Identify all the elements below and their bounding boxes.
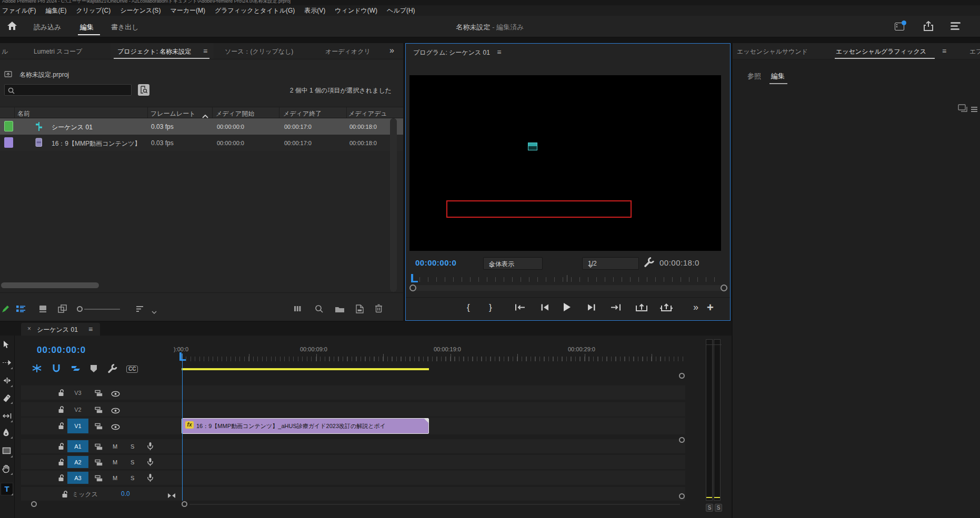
lock-icon[interactable]	[58, 389, 64, 399]
writable-pencil-icon[interactable]	[1, 304, 10, 316]
new-item-button[interactable]	[356, 304, 364, 316]
snap-magnet-icon[interactable]	[52, 364, 61, 375]
tab-essential-graphics[interactable]: エッセンシャルグラフィックス	[836, 47, 926, 56]
mix-track-scroll-handle[interactable]	[679, 493, 685, 499]
menu-clip[interactable]: クリップ(C)	[71, 6, 115, 15]
project-row-sequence[interactable]: シーケンス 01 0.03 fps 00:00:00:0 00:00:17:0 …	[0, 118, 403, 135]
project-horizontal-scrollbar[interactable]	[1, 282, 99, 288]
column-media-end[interactable]: メディア終了	[283, 109, 322, 118]
sort-chevron-icon[interactable]	[152, 307, 157, 317]
menu-window[interactable]: ウィンドウ(W)	[330, 6, 382, 15]
track-lane-a3[interactable]	[182, 471, 685, 485]
track-output-eye-icon[interactable]	[111, 423, 120, 432]
menu-help[interactable]: ヘルプ(H)	[382, 6, 420, 15]
timeline-scroll-left-handle[interactable]	[31, 501, 37, 507]
keyframe-bowtie-icon[interactable]	[167, 491, 176, 501]
lock-icon[interactable]	[58, 422, 64, 432]
audio-tracks-scroll-handle[interactable]	[679, 437, 685, 443]
project-vertical-scrollbar[interactable]	[390, 118, 397, 292]
solo-button[interactable]: S	[131, 443, 134, 450]
slip-tool[interactable]	[2, 412, 12, 422]
project-readability-icon[interactable]	[294, 305, 302, 314]
project-file-name[interactable]: 名称未設定.prproj	[19, 70, 69, 79]
track-badge-a2[interactable]: A2	[67, 456, 88, 468]
source-patch-icon[interactable]	[95, 389, 103, 399]
program-current-timecode[interactable]: 00:00:00:0	[415, 258, 456, 267]
column-name[interactable]: 名前	[17, 109, 30, 118]
work-area-bar[interactable]	[182, 368, 429, 370]
tab-project-active[interactable]: プロジェクト: 名称未設定 ≡	[111, 43, 214, 59]
lock-icon[interactable]	[58, 474, 64, 484]
track-lane-v3[interactable]	[182, 385, 685, 400]
program-playhead[interactable]	[411, 274, 418, 283]
program-video-canvas[interactable]	[409, 75, 721, 251]
button-editor-overflow-icon[interactable]: »	[693, 302, 698, 313]
source-patch-icon[interactable]	[95, 406, 103, 415]
add-marker-icon[interactable]	[91, 365, 97, 372]
source-patch-icon[interactable]	[95, 459, 103, 468]
tab-source-monitor[interactable]: ソース：(クリップなし)	[225, 47, 293, 56]
lift-button[interactable]	[635, 302, 648, 314]
column-media-duration[interactable]: メディアデュ	[348, 109, 387, 118]
track-select-forward-tool[interactable]	[2, 359, 12, 369]
lock-icon[interactable]	[58, 405, 64, 415]
track-badge-a1[interactable]: A1	[67, 440, 88, 452]
source-patch-icon[interactable]	[95, 474, 103, 484]
label-color-chip[interactable]	[4, 137, 13, 148]
source-patch-icon[interactable]	[95, 422, 103, 432]
track-output-eye-icon[interactable]	[111, 390, 120, 399]
tab-essential-sound[interactable]: エッセンシャルサウンド	[737, 47, 808, 56]
playback-resolution-dropdown[interactable]: 1/2	[582, 257, 639, 270]
progress-dashboard-button[interactable]	[895, 21, 907, 32]
tab-clipped-effect-controls[interactable]: ル	[2, 47, 8, 56]
timeline-horizontal-scrollbar[interactable]	[189, 504, 680, 505]
meter-solo-left-button[interactable]: S	[706, 504, 713, 512]
quick-export-button[interactable]	[922, 20, 935, 33]
search-input[interactable]	[16, 85, 131, 96]
icon-view-button[interactable]	[39, 305, 47, 315]
list-view-button[interactable]	[16, 305, 26, 315]
step-forward-button[interactable]	[587, 303, 596, 313]
column-framerate[interactable]: フレームレート	[151, 109, 195, 118]
mark-out-button[interactable]: }	[489, 302, 492, 313]
solo-button[interactable]: S	[131, 459, 134, 465]
solo-button[interactable]: S	[131, 475, 134, 481]
timeline-current-timecode[interactable]: 00:00:00:0	[37, 345, 86, 356]
rectangle-tool[interactable]	[2, 447, 12, 457]
menu-graphics-titles[interactable]: グラフィックとタイトル(G)	[210, 6, 299, 15]
label-color-chip[interactable]	[4, 121, 13, 131]
playhead-head[interactable]	[179, 352, 186, 362]
hand-tool[interactable]	[2, 464, 12, 474]
track-output-eye-icon[interactable]	[111, 407, 120, 416]
lock-icon[interactable]	[58, 442, 64, 452]
zoom-slider-knob[interactable]	[77, 306, 83, 312]
type-tool[interactable]: T	[1, 483, 13, 495]
track-badge-v2[interactable]: V2	[67, 403, 88, 415]
tab-audio-clip-mixer[interactable]: オーディオクリ	[325, 47, 371, 56]
track-lane-mix[interactable]	[182, 487, 685, 501]
menu-sequence[interactable]: シーケンス(S)	[115, 6, 165, 15]
monitor-settings-wrench-icon[interactable]	[644, 257, 655, 270]
zoom-slider-track[interactable]	[84, 309, 120, 310]
insert-nest-toggle-icon[interactable]	[32, 364, 42, 375]
track-lane-a2[interactable]	[182, 455, 685, 469]
timeline-ruler[interactable]	[182, 357, 685, 361]
track-badge-v3[interactable]: V3	[67, 387, 88, 399]
track-badge-a3[interactable]: A3	[67, 472, 88, 484]
new-bin-button[interactable]	[335, 306, 345, 315]
timeline-scroll-start-handle[interactable]	[182, 501, 187, 507]
new-layer-button[interactable]	[958, 104, 967, 114]
timeline-tab-active[interactable]: × シーケンス 01 ≡	[21, 323, 100, 336]
extract-button[interactable]	[659, 302, 673, 314]
panel-menu-icon[interactable]: ≡	[88, 326, 93, 333]
close-icon[interactable]: ×	[27, 325, 31, 332]
voiceover-mic-icon[interactable]	[147, 458, 154, 469]
playhead-line[interactable]	[182, 353, 183, 501]
go-to-out-button[interactable]	[610, 303, 622, 313]
panel-menu-icon[interactable]: ≡	[942, 47, 946, 55]
meter-solo-right-button[interactable]: S	[715, 504, 722, 512]
captions-toggle[interactable]: CC	[126, 365, 138, 373]
add-button[interactable]: +	[707, 301, 714, 314]
find-button[interactable]	[315, 304, 323, 315]
go-to-in-button[interactable]	[514, 303, 526, 313]
